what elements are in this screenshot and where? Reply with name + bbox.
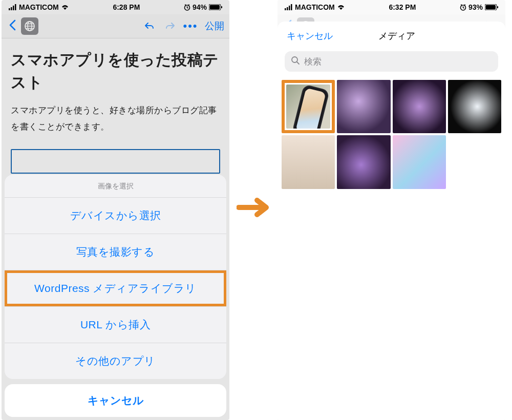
- media-thumb-phone[interactable]: [282, 80, 335, 133]
- media-thumb-amethyst-1[interactable]: [337, 80, 390, 133]
- wifi-icon: [337, 4, 345, 10]
- action-take-photo[interactable]: 写真を撮影する: [5, 234, 226, 270]
- svg-rect-17: [497, 6, 498, 8]
- media-title: メディア: [297, 30, 496, 42]
- action-other-apps[interactable]: その他のアプリ: [5, 343, 226, 379]
- action-wordpress-media-library[interactable]: WordPress メディアライブラリ: [5, 270, 226, 306]
- signal-icon: [285, 4, 293, 10]
- carrier-label: MAGTICOM: [295, 3, 335, 11]
- phone-screenshot-left: MAGTICOM 6:28 PM 94%: [2, 0, 229, 420]
- svg-point-20: [292, 57, 297, 62]
- clock: 6:32 PM: [389, 3, 416, 11]
- arrow-right-icon: [234, 195, 275, 220]
- battery-percent: 93%: [468, 3, 483, 11]
- alarm-icon: [460, 4, 466, 11]
- phone-screenshot-right: MAGTICOM 6:32 PM 93%: [278, 0, 505, 420]
- search-placeholder: 検索: [304, 56, 322, 68]
- media-thumb-pink-blue-crystal[interactable]: [393, 135, 446, 188]
- media-thumb-crystal-white[interactable]: [448, 80, 501, 133]
- media-thumb-amethyst-3[interactable]: [337, 135, 390, 188]
- action-choose-from-device[interactable]: デバイスから選択: [5, 197, 226, 234]
- action-sheet-cancel[interactable]: キャンセル: [5, 384, 226, 417]
- svg-rect-12: [289, 6, 290, 10]
- action-sheet-title: 画像を選択: [5, 175, 226, 197]
- media-thumb-statue-bokeh[interactable]: [282, 135, 335, 188]
- media-thumb-amethyst-2[interactable]: [393, 80, 446, 133]
- status-bar: MAGTICOM 6:32 PM 93%: [278, 0, 505, 14]
- media-nav-bar: キャンセル メディア: [278, 25, 505, 46]
- svg-rect-16: [486, 5, 496, 10]
- action-insert-from-url[interactable]: URL から挿入: [5, 306, 226, 343]
- svg-rect-11: [287, 7, 288, 10]
- search-icon: [291, 56, 300, 68]
- image-source-action-sheet: 画像を選択 デバイスから選択 写真を撮影する WordPress メディアライブ…: [5, 175, 226, 417]
- svg-rect-10: [285, 8, 286, 10]
- svg-rect-13: [291, 4, 292, 10]
- battery-icon: [485, 4, 498, 10]
- media-grid: [278, 80, 505, 189]
- media-library-panel: キャンセル メディア 検索: [278, 22, 505, 420]
- media-search-input[interactable]: 検索: [285, 51, 498, 72]
